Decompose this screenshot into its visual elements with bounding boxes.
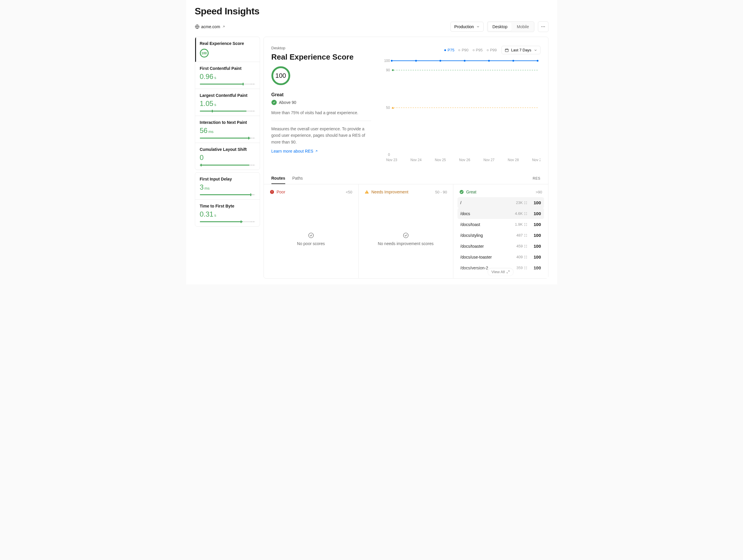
svg-point-17 [512,60,514,61]
device-desktop-tab[interactable]: Desktop [488,23,512,31]
svg-rect-57 [526,257,527,259]
grid-icon [524,234,527,237]
svg-rect-46 [524,234,525,235]
environment-label: Production [454,25,474,29]
route-row[interactable]: /docs/toaster459 100 [457,241,544,252]
globe-icon [195,25,200,29]
date-range-dropdown[interactable]: Last 7 Days [501,46,540,54]
percentile-p95[interactable]: P95 [473,48,483,52]
svg-text:0: 0 [388,153,390,157]
metric-ttfb[interactable]: Time to First Byte0.31s [195,200,260,226]
route-row[interactable]: /docs/toast1.9K 100 [457,219,544,230]
svg-rect-38 [524,212,525,213]
route-row[interactable]: /docs/use-toaster409 100 [457,252,544,262]
great-range: >90 [535,190,542,194]
percentile-p99[interactable]: P99 [487,48,497,52]
tab-paths[interactable]: Paths [292,173,303,184]
rating-label: Great [271,92,371,97]
svg-rect-30 [366,191,367,192]
more-horizontal-icon [541,25,545,29]
svg-rect-47 [526,234,527,235]
great-title: Great [466,189,477,194]
route-row[interactable]: /23K 100 [457,197,544,208]
svg-rect-43 [526,223,527,224]
percentile-label: P95 [476,48,483,52]
metric-bar [200,221,255,222]
svg-rect-35 [526,201,527,203]
metric-label: Interaction to Next Paint [200,120,255,125]
svg-point-3 [544,27,544,27]
metric-inp[interactable]: Interaction to Next Paint56ms [195,116,260,143]
environment-dropdown[interactable]: Production [450,22,484,32]
metric-res[interactable]: Real Experience Score100 [195,37,260,62]
grid-icon [524,266,527,269]
metric-heading: Real Experience Score [271,52,371,61]
score-chart: 05090100Nov 23Nov 24Nov 25Nov 26Nov 27No… [383,58,540,164]
great-column: Great >90 /23K 100/docs4.6K 100/docs/toa… [453,184,548,278]
metric-fcp[interactable]: First Contentful Paint0.96s [195,62,260,89]
route-score: 100 [530,244,541,249]
svg-rect-61 [526,268,527,269]
device-label: Desktop [271,46,371,50]
res-mini-circle: 100 [200,49,209,57]
view-all-label: View All [491,270,505,274]
grid-icon [524,201,527,204]
svg-point-10 [392,69,394,71]
metric-bar [200,138,255,138]
svg-rect-51 [526,245,527,246]
metric-label: First Input Delay [200,177,255,181]
percentile-p90[interactable]: P90 [458,48,468,52]
svg-text:100: 100 [384,59,390,63]
percentile-label: P75 [447,48,454,52]
dot-icon [458,49,460,51]
svg-rect-45 [526,225,527,226]
route-visits: 409 [517,255,527,259]
route-visits: 1.9K [515,222,527,226]
more-menu-button[interactable] [538,21,549,32]
metric-unit: ms [205,186,210,190]
svg-point-12 [391,60,392,61]
device-mobile-tab[interactable]: Mobile [513,23,533,31]
learn-more-link[interactable]: Learn more about RES [271,149,318,154]
page-title: Speed Insights [195,6,549,17]
divider [271,121,371,121]
domain-link[interactable]: acme.com [195,25,226,29]
metric-value: 0.31 [200,210,214,218]
svg-text:50: 50 [386,106,390,110]
metric-label: Cumulative Layout Shift [200,147,255,152]
domain-text: acme.com [201,25,220,29]
svg-text:Nov 28: Nov 28 [508,158,519,162]
percentile-label: P90 [462,48,468,52]
route-path: / [461,201,513,205]
route-visits: 487 [517,233,527,238]
check-badge-icon [271,100,277,105]
dot-icon [473,49,475,51]
calendar-icon [505,48,509,52]
poor-column: Poor <50 No poor scores [264,184,359,278]
percentile-selector: P75P90P95P99 [444,48,497,52]
svg-rect-36 [524,203,525,204]
expand-icon [507,270,510,273]
svg-rect-48 [524,236,525,237]
metric-cls[interactable]: Cumulative Layout Shift0 [195,143,260,170]
tab-routes[interactable]: Routes [271,173,285,184]
route-row[interactable]: /docs/styling487 100 [457,230,544,241]
percentile-p75[interactable]: P75 [444,48,454,52]
svg-rect-4 [505,49,509,51]
score-column-header: RES [533,173,540,183]
route-path: /docs/toaster [461,244,514,249]
route-row[interactable]: /docs4.6K 100 [457,208,544,219]
percentile-label: P99 [490,48,497,52]
metric-fid[interactable]: First Input Delay3ms [195,173,260,200]
svg-point-29 [308,233,313,238]
device-segmented-control: Desktop Mobile [487,21,534,32]
metric-value: 3 [200,183,204,191]
metric-lcp[interactable]: Largest Contentful Paint1.05s [195,89,260,116]
warning-icon [364,189,369,194]
svg-point-16 [488,60,490,61]
svg-rect-28 [272,193,272,193]
svg-rect-54 [524,256,525,257]
view-all-button[interactable]: View All [488,268,514,276]
score-circle: 100 [271,66,290,85]
metric-bar [200,165,255,166]
